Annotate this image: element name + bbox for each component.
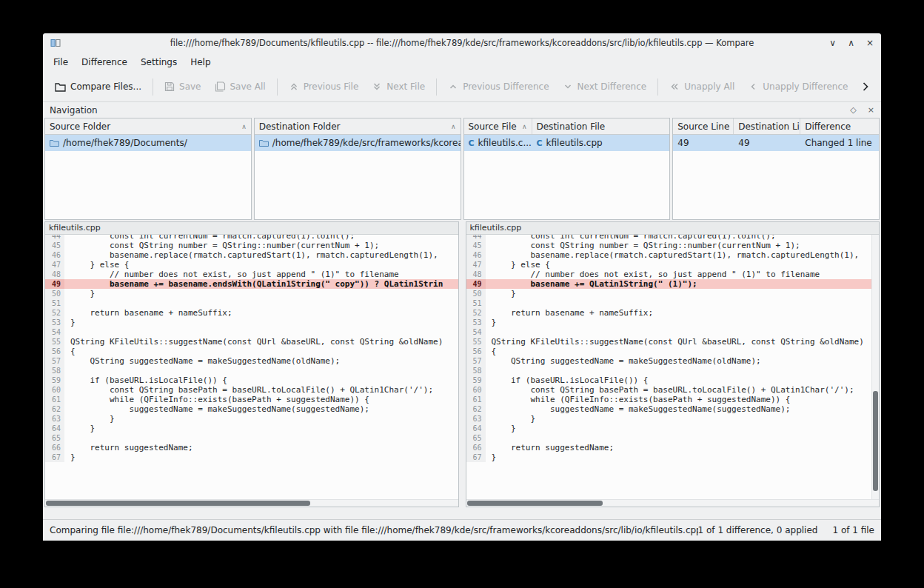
line-number: 44 (45, 235, 64, 241)
line-number: 46 (466, 250, 486, 260)
status-counters: 1 of 1 difference, 0 applied 1 of 1 file (698, 525, 874, 535)
next-difference-button[interactable]: Next Difference (557, 78, 653, 96)
source-file-cell: C kfileutils.c... (464, 135, 532, 151)
code-line: 62 suggestedName = makeSuggestedName(sug… (466, 404, 880, 414)
code-text: while (QFileInfo::exists(basePath + sugg… (64, 395, 458, 404)
source-horizontal-scrollbar[interactable] (45, 499, 458, 507)
destination-folder-pane: Destination Folder ∧ /home/fhek789/kde/s… (254, 118, 461, 220)
code-line: 45 const QString number = QString::numbe… (45, 241, 458, 250)
unapply-difference-button[interactable]: Unapply Difference (742, 78, 854, 96)
destination-file-column-header[interactable]: Destination File (532, 118, 670, 134)
line-number: 66 (45, 443, 64, 452)
code-text: suggestedName = makeSuggestedName(sugges… (64, 404, 458, 414)
code-text: } (64, 424, 458, 433)
source-line-header-label: Source Line (677, 121, 729, 132)
code-line: 44 const int currentNum = rmatch.capture… (45, 235, 458, 241)
line-number: 65 (45, 433, 64, 443)
source-line-cell: 49 (673, 135, 734, 151)
unapply-all-button[interactable]: Unapply All (663, 78, 740, 96)
toolbar-overflow-button[interactable] (856, 81, 875, 93)
code-text: basename += basename.endsWith(QLatin1Str… (64, 279, 458, 289)
code-text: } (486, 289, 880, 298)
code-line: 54 (45, 327, 458, 337)
previous-difference-button[interactable]: Previous Difference (442, 78, 555, 96)
save-all-button[interactable]: Save All (209, 78, 272, 96)
code-text: } else { (64, 260, 458, 270)
code-text: const QString number = QString::number(c… (64, 241, 458, 250)
code-text: return basename + nameSuffix; (64, 308, 458, 318)
source-line-value: 49 (677, 138, 689, 148)
chevron-left-icon (748, 81, 758, 92)
compare-files-button[interactable]: Compare Files... (49, 78, 147, 96)
maximize-button[interactable]: ∧ (848, 38, 854, 48)
save-all-icon (215, 81, 226, 92)
lines-row[interactable]: 49 49 Changed 1 line (673, 135, 879, 151)
code-text (486, 327, 880, 337)
source-folder-column-header[interactable]: Source Folder ∧ (45, 118, 251, 134)
status-message: Comparing file file:///home/fhek789/Docu… (50, 525, 698, 535)
source-folder-row[interactable]: /home/fhek789/Documents/ (45, 135, 251, 151)
vertical-scrollbar-thumb[interactable] (873, 391, 878, 492)
menu-settings[interactable]: Settings (135, 55, 183, 70)
folder-icon (55, 82, 66, 92)
menu-help[interactable]: Help (184, 55, 216, 70)
code-text: } (64, 318, 458, 327)
line-number: 50 (45, 289, 64, 298)
horizontal-scrollbar-thumb[interactable] (467, 501, 603, 506)
difference-column-header[interactable]: Difference (800, 118, 879, 134)
line-number: 62 (466, 404, 486, 414)
files-row[interactable]: C kfileutils.c... C kfileutils.cpp (464, 135, 670, 151)
destination-folder-header[interactable]: Destination Folder ∧ (255, 118, 461, 135)
line-number: 52 (45, 308, 64, 318)
destination-code-view[interactable]: 44 const int currentNum = rmatch.capture… (466, 235, 880, 499)
next-file-button[interactable]: Next File (366, 78, 431, 96)
destination-folder-header-label: Destination Folder (259, 121, 341, 132)
titlebar[interactable]: file:///home/fhek789/Documents/kfileutil… (43, 33, 881, 52)
previous-file-button[interactable]: Previous File (283, 78, 365, 96)
code-text: } (486, 414, 880, 424)
line-number: 60 (466, 385, 486, 395)
close-button[interactable]: × (866, 38, 874, 48)
menu-file[interactable]: File (47, 55, 74, 70)
code-line: 48 // number does not exist, so just app… (466, 270, 880, 279)
code-text: } else { (486, 260, 880, 270)
code-line: 59 if (baseURL.isLocalFile()) { (45, 375, 458, 385)
line-number: 50 (466, 289, 486, 298)
diff-line-changed[interactable]: 49 basename += QLatin1String(" (1)"); (466, 279, 880, 289)
diff-line-changed[interactable]: 49 basename += basename.endsWith(QLatin1… (45, 279, 458, 289)
destination-folder-column-header[interactable]: Destination Folder ∧ (255, 118, 461, 134)
source-code-view[interactable]: 44 const int currentNum = rmatch.capture… (45, 235, 458, 499)
code-line: 57 QString suggestedName = makeSuggested… (45, 356, 458, 366)
source-file-column-header[interactable]: Source File ∧ (464, 118, 532, 134)
destination-horizontal-scrollbar[interactable] (466, 499, 880, 507)
code-text: } (64, 289, 458, 298)
destination-folder-value: /home/fhek789/kde/src/frameworks/kcoread… (272, 138, 461, 148)
code-line: 62 suggestedName = makeSuggestedName(sug… (45, 404, 458, 414)
dock-float-icon[interactable]: ◇ (850, 105, 856, 115)
destination-folder-row[interactable]: /home/fhek789/kde/src/frameworks/kcoread… (255, 135, 461, 151)
save-button[interactable]: Save (158, 78, 207, 96)
window-controls: ∨ ∧ × (829, 38, 874, 48)
destination-line-column-header[interactable]: Destination Line (734, 118, 800, 134)
menu-difference[interactable]: Difference (76, 55, 133, 70)
difference-header-label: Difference (805, 121, 851, 132)
destination-diff-pane: kfileutils.cpp 44 const int currentNum =… (466, 221, 880, 507)
source-folder-header[interactable]: Source Folder ∧ (45, 118, 251, 135)
vertical-scrollbar[interactable] (871, 235, 879, 499)
code-text: while (QFileInfo::exists(basePath + sugg… (486, 395, 880, 404)
line-number: 67 (45, 452, 64, 462)
horizontal-scrollbar-thumb[interactable] (46, 501, 310, 506)
lines-header: Source Line ∧ Destination Line Differenc… (673, 118, 879, 135)
files-pane: Source File ∧ Destination File C kfileut… (463, 118, 671, 220)
code-line: 50 } (45, 289, 458, 298)
line-number: 67 (466, 452, 486, 462)
line-number: 63 (466, 414, 486, 424)
code-line: 47 } else { (45, 260, 458, 270)
line-number: 45 (45, 241, 64, 250)
dock-close-icon[interactable]: × (868, 105, 874, 115)
destination-pane-title: kfileutils.cpp (466, 222, 880, 235)
code-text: suggestedName = makeSuggestedName(sugges… (486, 404, 880, 414)
minimize-button[interactable]: ∨ (829, 38, 836, 48)
source-line-column-header[interactable]: Source Line ∧ (673, 118, 734, 134)
chevron-down-icon (563, 81, 573, 92)
